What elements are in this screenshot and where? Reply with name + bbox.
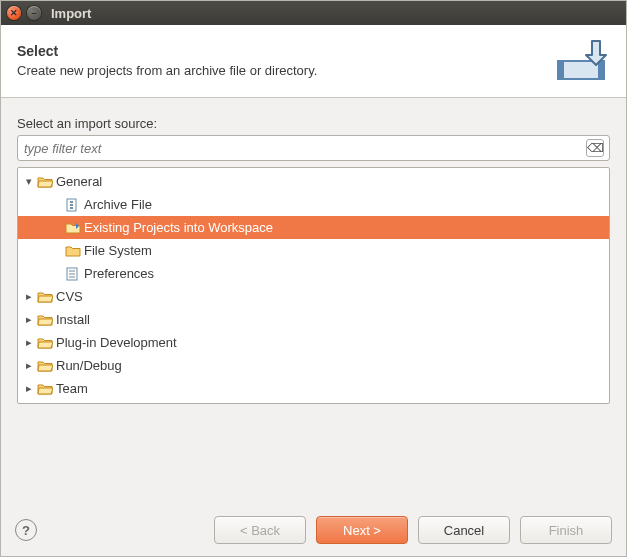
banner-description: Create new projects from an archive file… [17, 63, 317, 78]
clear-filter-icon[interactable]: ⌫ [586, 139, 604, 157]
tree-item-label: CVS [54, 289, 83, 304]
svg-rect-4 [70, 201, 73, 203]
svg-rect-1 [558, 61, 564, 79]
tree-item[interactable]: ▸ Install [18, 308, 609, 331]
banner: Select Create new projects from an archi… [1, 25, 626, 98]
filter-input[interactable] [17, 135, 610, 161]
tree-item-label: Archive File [82, 197, 152, 212]
tree-item[interactable]: ▸ CVS [18, 285, 609, 308]
tree-item[interactable]: ▸ Existing Projects into Workspace [18, 216, 609, 239]
tree-item-label: Run/Debug [54, 358, 122, 373]
window-title: Import [51, 6, 91, 21]
back-button[interactable]: < Back [214, 516, 306, 544]
window-close-button[interactable]: ✕ [7, 6, 21, 20]
folder-open-icon [36, 336, 54, 350]
folder-open-icon [36, 382, 54, 396]
banner-text: Select Create new projects from an archi… [17, 43, 317, 78]
chevron-right-icon[interactable]: ▸ [22, 359, 36, 372]
tree-item[interactable]: ▾ General [18, 170, 609, 193]
svg-rect-6 [70, 207, 73, 209]
svg-rect-5 [70, 204, 73, 206]
chevron-right-icon[interactable]: ▸ [22, 336, 36, 349]
wizard-icon [64, 221, 82, 235]
folder-icon [64, 244, 82, 258]
tree-item-label: General [54, 174, 102, 189]
content: Select an import source: ⌫ ▾ General▸ Ar… [1, 98, 626, 506]
tree-item-label: Install [54, 312, 90, 327]
tree-item[interactable]: ▸File System [18, 239, 609, 262]
tree-item[interactable]: ▸ Archive File [18, 193, 609, 216]
window-minimize-button[interactable]: – [27, 6, 41, 20]
folder-open-icon [36, 359, 54, 373]
chevron-down-icon[interactable]: ▾ [22, 175, 36, 188]
tree-item[interactable]: ▸ Run/Debug [18, 354, 609, 377]
tree-item[interactable]: ▸ Plug-in Development [18, 331, 609, 354]
tree-item-label: Team [54, 381, 88, 396]
chevron-right-icon[interactable]: ▸ [22, 382, 36, 395]
tree-item-label: Plug-in Development [54, 335, 177, 350]
source-label: Select an import source: [17, 116, 610, 131]
filter-wrap: ⌫ [17, 135, 610, 161]
cancel-button[interactable]: Cancel [418, 516, 510, 544]
archive-icon [64, 198, 82, 212]
chevron-right-icon[interactable]: ▸ [22, 290, 36, 303]
folder-open-icon [36, 313, 54, 327]
next-button[interactable]: Next > [316, 516, 408, 544]
tree-item-label: File System [82, 243, 152, 258]
help-button[interactable]: ? [15, 519, 37, 541]
banner-heading: Select [17, 43, 317, 59]
import-source-tree[interactable]: ▾ General▸ Archive File▸ Existing Projec… [17, 167, 610, 404]
folder-open-icon [36, 175, 54, 189]
tree-item-label: Existing Projects into Workspace [82, 220, 273, 235]
import-dialog: ✕ – Import Select Create new projects fr… [0, 0, 627, 557]
button-bar: ? < Back Next > Cancel Finish [1, 506, 626, 556]
finish-button[interactable]: Finish [520, 516, 612, 544]
chevron-right-icon[interactable]: ▸ [22, 313, 36, 326]
titlebar: ✕ – Import [1, 1, 626, 25]
folder-open-icon [36, 290, 54, 304]
tree-item-label: Preferences [82, 266, 154, 281]
svg-rect-2 [598, 61, 604, 79]
tree-item[interactable]: ▸ Team [18, 377, 609, 400]
import-icon [552, 37, 610, 83]
tree-item[interactable]: ▸ Preferences [18, 262, 609, 285]
prefs-icon [64, 267, 82, 281]
